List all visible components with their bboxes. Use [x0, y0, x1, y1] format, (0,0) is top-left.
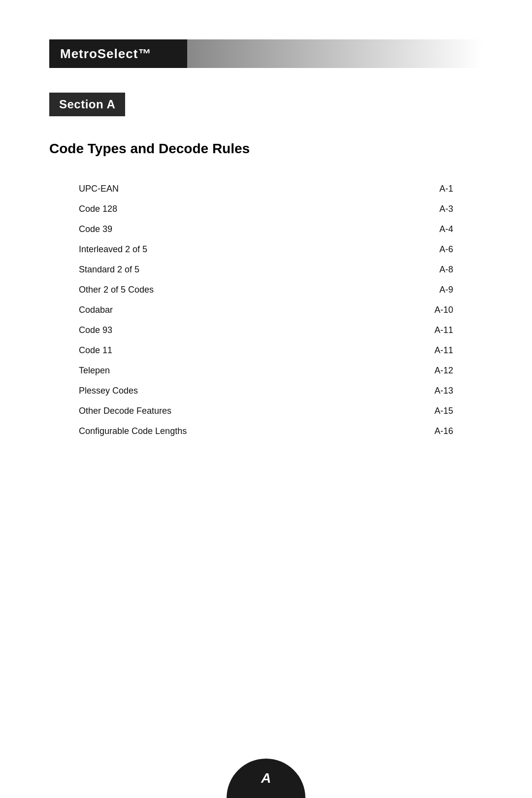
bottom-tab-label: A: [261, 770, 271, 786]
page-heading: Code Types and Decode Rules: [49, 141, 483, 157]
toc-page: A-13: [434, 386, 453, 396]
toc-row: Standard 2 of 5 A-8: [49, 260, 483, 280]
toc-row: Other 2 of 5 Codes A-9: [49, 280, 483, 300]
toc-label: Code 128: [79, 204, 117, 214]
toc-row: Code 11 A-11: [49, 340, 483, 361]
header-banner: MetroSelect™: [49, 39, 483, 68]
toc-row: Code 39 A-4: [49, 219, 483, 239]
toc-page: A-1: [439, 184, 453, 194]
bottom-section-tab: A: [227, 759, 305, 798]
toc-label: Other Decode Features: [79, 406, 171, 416]
toc-page: A-8: [439, 265, 453, 275]
toc-row: UPC-EAN A-1: [49, 179, 483, 199]
toc-row: Telepen A-12: [49, 361, 483, 381]
toc-row: Plessey Codes A-13: [49, 381, 483, 401]
toc-row: Code 128 A-3: [49, 199, 483, 219]
toc-label: Other 2 of 5 Codes: [79, 285, 154, 295]
page-container: MetroSelect™ Section A Code Types and De…: [0, 0, 532, 798]
toc-row: Code 93 A-11: [49, 320, 483, 340]
toc-row: Interleaved 2 of 5 A-6: [49, 239, 483, 260]
toc-label: Plessey Codes: [79, 386, 138, 396]
toc-page: A-9: [439, 285, 453, 295]
toc-page: A-4: [439, 224, 453, 234]
toc-label: Codabar: [79, 305, 113, 315]
toc-row: Other Decode Features A-15: [49, 401, 483, 421]
toc-page: A-3: [439, 204, 453, 214]
toc-label: UPC-EAN: [79, 184, 119, 194]
brand-title: MetroSelect™: [60, 46, 151, 62]
toc-page: A-15: [434, 406, 453, 416]
toc-page: A-10: [434, 305, 453, 315]
header-dark-section: MetroSelect™: [49, 39, 187, 68]
toc-table: UPC-EAN A-1 Code 128 A-3 Code 39 A-4 Int…: [49, 179, 483, 441]
header-gradient: [187, 39, 483, 68]
toc-label: Configurable Code Lengths: [79, 426, 187, 436]
toc-label: Code 11: [79, 345, 112, 356]
toc-row: Configurable Code Lengths A-16: [49, 421, 483, 441]
toc-label: Telepen: [79, 366, 110, 376]
toc-label: Interleaved 2 of 5: [79, 244, 147, 255]
toc-label: Code 39: [79, 224, 112, 234]
toc-label: Standard 2 of 5: [79, 265, 139, 275]
section-banner: Section A: [49, 93, 125, 116]
toc-page: A-16: [434, 426, 453, 436]
toc-label: Code 93: [79, 325, 112, 335]
toc-page: A-6: [439, 244, 453, 255]
toc-page: A-11: [434, 325, 453, 335]
section-label: Section A: [59, 98, 115, 111]
toc-row: Codabar A-10: [49, 300, 483, 320]
toc-page: A-11: [434, 345, 453, 356]
toc-page: A-12: [434, 366, 453, 376]
